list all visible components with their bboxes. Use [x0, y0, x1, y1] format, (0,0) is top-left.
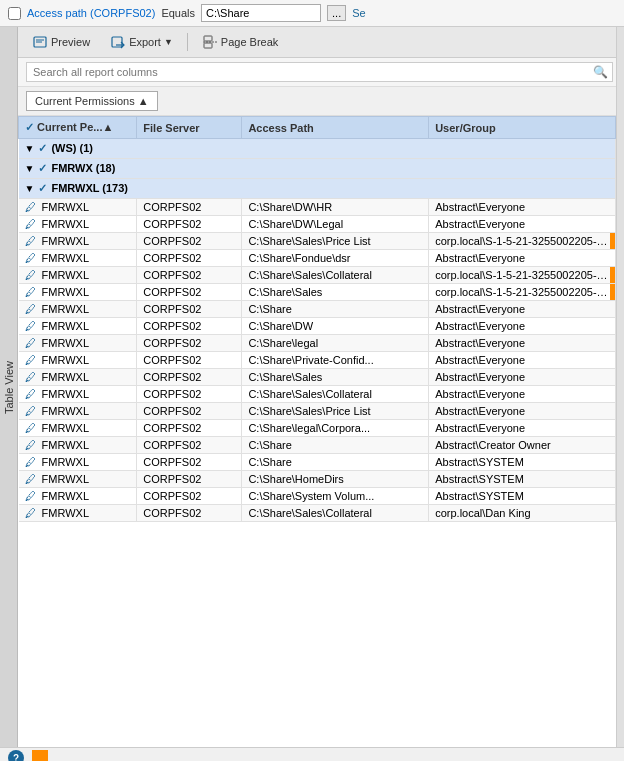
cell-access-path: C:\Share\Sales\Price List [242, 403, 429, 420]
header-user-group[interactable]: User/Group [429, 117, 616, 139]
cell-user-group: Abstract\Creator Owner [429, 437, 616, 454]
cell-user-group: Abstract\Everyone [429, 403, 616, 420]
table-view-tab[interactable]: Table View [0, 27, 18, 747]
filter-se-label: Se [352, 7, 365, 19]
cell-user-group: Abstract\Everyone [429, 369, 616, 386]
help-icon[interactable]: ? [8, 750, 24, 761]
cell-current-pe: 🖊 FMRWXL [19, 233, 137, 250]
cell-access-path: C:\Share\Sales [242, 284, 429, 301]
table-row[interactable]: 🖊 FMRWXL CORPFS02 C:\Share\System Volum.… [19, 488, 616, 505]
table-row[interactable]: 🖊 FMRWXL CORPFS02 C:\Share\legal Abstrac… [19, 335, 616, 352]
cell-current-pe: 🖊 FMRWXL [19, 403, 137, 420]
table-row[interactable]: 🖊 FMRWXL CORPFS02 C:\Share Abstract\Ever… [19, 301, 616, 318]
cell-access-path: C:\Share\Sales\Collateral [242, 267, 429, 284]
cell-file-server: CORPFS02 [137, 369, 242, 386]
edit-icon: 🖊 [25, 218, 36, 230]
search-input[interactable] [26, 62, 613, 82]
table-row[interactable]: 🖊 FMRWXL CORPFS02 C:\Share\HomeDirs Abst… [19, 471, 616, 488]
current-permissions-button[interactable]: Current Permissions ▲ [26, 91, 158, 111]
preview-icon [32, 34, 48, 50]
check-icon: ✓ [38, 162, 47, 174]
table-row[interactable]: 🖊 FMRWXL CORPFS02 C:\Share\Private-Confi… [19, 352, 616, 369]
cell-access-path: C:\Share\DW\HR [242, 199, 429, 216]
cell-current-pe: 🖊 FMRWXL [19, 267, 137, 284]
search-icon: 🔍 [593, 65, 608, 79]
filter-label[interactable]: Access path (CORPFS02) [27, 7, 155, 19]
cell-user-group: Abstract\Everyone [429, 301, 616, 318]
filter-value-input[interactable] [201, 4, 321, 22]
header-file-server[interactable]: File Server [137, 117, 242, 139]
group-row-fmrwxl[interactable]: ▼✓FMRWXL (173) [19, 179, 616, 199]
table-row[interactable]: 🖊 FMRWXL CORPFS02 C:\Share Abstract\Crea… [19, 437, 616, 454]
cell-current-pe: 🖊 FMRWXL [19, 301, 137, 318]
filter-checkbox[interactable] [8, 7, 21, 20]
cell-access-path: C:\Share\HomeDirs [242, 471, 429, 488]
cell-user-group: corp.local\Dan King [429, 505, 616, 522]
table-row[interactable]: 🖊 FMRWXL CORPFS02 C:\Share\DW\HR Abstrac… [19, 199, 616, 216]
cell-user-group: corp.local\S-1-5-21-3255002205-3208393..… [429, 267, 616, 284]
cell-user-group: Abstract\Everyone [429, 352, 616, 369]
table-row[interactable]: 🖊 FMRWXL CORPFS02 C:\Share\Sales\Price L… [19, 403, 616, 420]
cell-file-server: CORPFS02 [137, 284, 242, 301]
data-table: ✓ Current Pe...▲ File Server Access Path… [18, 116, 616, 522]
table-row[interactable]: 🖊 FMRWXL CORPFS02 C:\Share\Sales\Collate… [19, 386, 616, 403]
edit-icon: 🖊 [25, 303, 36, 315]
expand-ws[interactable]: ▼ [25, 143, 35, 154]
table-row[interactable]: 🖊 FMRWXL CORPFS02 C:\Share\Fondue\dsr Ab… [19, 250, 616, 267]
cell-file-server: CORPFS02 [137, 403, 242, 420]
edit-icon: 🖊 [25, 354, 36, 366]
header-access-path[interactable]: Access Path [242, 117, 429, 139]
edit-icon: 🖊 [25, 371, 36, 383]
cell-access-path: C:\Share\Sales\Collateral [242, 505, 429, 522]
filter-bar: Access path (CORPFS02) Equals ... Se [0, 0, 624, 27]
group-label-fmrwxl: FMRWXL (173) [51, 182, 128, 194]
toolbar: Preview Export ▼ Page Break [18, 27, 616, 58]
edit-icon: 🖊 [25, 201, 36, 213]
table-row[interactable]: 🖊 FMRWXL CORPFS02 C:\Share\Sales\Price L… [19, 233, 616, 250]
table-row[interactable]: 🖊 FMRWXL CORPFS02 C:\Share\legal\Corpora… [19, 420, 616, 437]
cell-user-group: Abstract\SYSTEM [429, 454, 616, 471]
table-row[interactable]: 🖊 FMRWXL CORPFS02 C:\Share Abstract\SYST… [19, 454, 616, 471]
header-current-pe[interactable]: ✓ Current Pe...▲ [19, 117, 137, 139]
expand-fmrwx[interactable]: ▼ [25, 163, 35, 174]
edit-icon: 🖊 [25, 422, 36, 434]
export-icon [110, 34, 126, 50]
page-break-button[interactable]: Page Break [196, 31, 284, 53]
cell-user-group: corp.local\S-1-5-21-3255002205-3208393..… [429, 284, 616, 301]
cell-access-path: C:\Share\Sales\Collateral [242, 386, 429, 403]
table-row[interactable]: 🖊 FMRWXL CORPFS02 C:\Share\Sales\Collate… [19, 267, 616, 284]
svg-rect-8 [34, 752, 46, 761]
edit-icon: 🖊 [25, 439, 36, 451]
cell-file-server: CORPFS02 [137, 301, 242, 318]
edit-icon: 🖊 [25, 235, 36, 247]
table-row[interactable]: 🖊 FMRWXL CORPFS02 C:\Share\DW\Legal Abst… [19, 216, 616, 233]
table-row[interactable]: 🖊 FMRWXL CORPFS02 C:\Share\Sales\Collate… [19, 505, 616, 522]
table-container: ✓ Current Pe...▲ File Server Access Path… [18, 116, 616, 747]
search-bar: 🔍 [18, 58, 616, 87]
svg-rect-6 [204, 43, 212, 48]
expand-fmrwxl[interactable]: ▼ [25, 183, 35, 194]
permissions-btn-label: Current Permissions ▲ [35, 95, 149, 107]
group-row-ws[interactable]: ▼✓(WS) (1) [19, 139, 616, 159]
cell-file-server: CORPFS02 [137, 250, 242, 267]
table-row[interactable]: 🖊 FMRWXL CORPFS02 C:\Share\DW Abstract\E… [19, 318, 616, 335]
cell-access-path: C:\Share\Sales [242, 369, 429, 386]
cell-access-path: C:\Share [242, 437, 429, 454]
export-button[interactable]: Export ▼ [104, 31, 179, 53]
group-row-fmrwx[interactable]: ▼✓FMRWX (18) [19, 159, 616, 179]
table-row[interactable]: 🖊 FMRWXL CORPFS02 C:\Share\Sales Abstrac… [19, 369, 616, 386]
table-row[interactable]: 🖊 FMRWXL CORPFS02 C:\Share\Sales corp.lo… [19, 284, 616, 301]
cell-access-path: C:\Share [242, 301, 429, 318]
cell-user-group: Abstract\Everyone [429, 199, 616, 216]
table-header-row: ✓ Current Pe...▲ File Server Access Path… [19, 117, 616, 139]
filter-dots-button[interactable]: ... [327, 5, 346, 21]
cell-file-server: CORPFS02 [137, 216, 242, 233]
cell-user-group: Abstract\Everyone [429, 216, 616, 233]
cell-current-pe: 🖊 FMRWXL [19, 199, 137, 216]
export-dropdown-icon[interactable]: ▼ [164, 37, 173, 47]
preview-button[interactable]: Preview [26, 31, 96, 53]
page-break-label: Page Break [221, 36, 278, 48]
orange-icon[interactable] [32, 750, 48, 761]
cell-access-path: C:\Share\legal [242, 335, 429, 352]
bottom-bar: ? [0, 747, 624, 761]
